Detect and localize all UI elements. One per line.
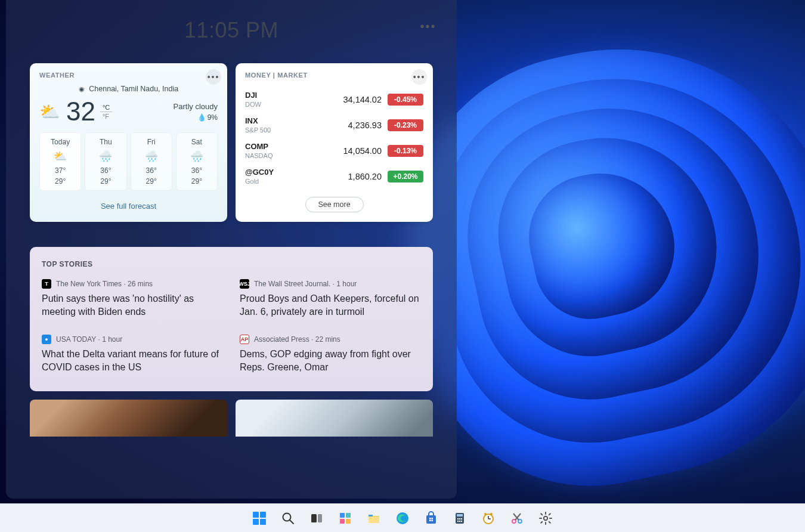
market-row[interactable]: DJIDOW34,144.02-0.45%	[245, 85, 423, 110]
svg-point-20	[461, 518, 462, 519]
weather-widget[interactable]: ••• WEATHER ◉ Chennai, Tamil Nadu, India…	[30, 63, 227, 222]
see-more-button[interactable]: See more	[305, 197, 364, 212]
news-image-1[interactable]	[30, 400, 227, 437]
change-badge: +0.20%	[388, 171, 423, 183]
start-button[interactable]	[249, 508, 270, 528]
svg-rect-4	[340, 513, 345, 518]
svg-point-19	[459, 518, 460, 519]
svg-point-23	[461, 520, 462, 521]
svg-point-22	[459, 520, 460, 521]
snipping-tool-button[interactable]	[507, 508, 527, 528]
money-title: MONEY | MARKET	[245, 72, 423, 79]
svg-line-1	[290, 520, 293, 524]
change-badge: -0.23%	[388, 119, 423, 131]
widgets-icon	[338, 511, 352, 525]
money-widget[interactable]: ••• MONEY | MARKET DJIDOW34,144.02-0.45%…	[236, 63, 433, 222]
task-view-button[interactable]	[306, 508, 327, 528]
source-icon: T	[42, 279, 51, 289]
money-rows: DJIDOW34,144.02-0.45%INXS&P 5004,236.93-…	[245, 85, 423, 187]
news-image-tiles	[30, 400, 433, 437]
market-row[interactable]: INXS&P 5004,236.93-0.23%	[245, 110, 423, 136]
taskbar	[0, 503, 805, 532]
store-button[interactable]	[421, 508, 441, 528]
story-item[interactable]: WSJThe Wall Street Journal. · 1 hourProu…	[240, 279, 421, 318]
svg-rect-13	[432, 518, 434, 519]
panel-time: 11:05 PM	[30, 18, 433, 43]
svg-rect-14	[429, 519, 431, 521]
story-item[interactable]: TThe New York Times · 26 minsPutin says …	[42, 279, 223, 318]
story-item[interactable]: ●USA TODAY · 1 hourWhat the Delta varian…	[42, 335, 223, 373]
location-pin-icon: ◉	[79, 85, 85, 92]
weather-temp: 32	[66, 97, 95, 126]
story-item[interactable]: APAssociated Press · 22 minsDems, GOP ed…	[240, 335, 421, 373]
svg-point-28	[490, 513, 493, 515]
market-row[interactable]: COMPNASDAQ14,054.00-0.13%	[245, 136, 423, 162]
svg-rect-6	[340, 519, 345, 524]
svg-rect-5	[346, 513, 351, 518]
weather-current-icon: ⛅	[39, 102, 60, 122]
change-badge: -0.45%	[388, 94, 423, 106]
snip-icon	[510, 511, 524, 525]
news-image-2[interactable]	[236, 400, 433, 437]
svg-point-27	[484, 513, 487, 515]
weather-location: ◉ Chennai, Tamil Nadu, India	[39, 85, 218, 93]
weather-forecast-row: Today⛅37°29°Thu🌧️36°29°Fri🌧️36°29°Sat🌧️3…	[39, 132, 218, 191]
money-menu-icon[interactable]: •••	[411, 69, 427, 85]
weather-unit-toggle[interactable]: °C °F	[100, 103, 112, 120]
widgets-button[interactable]	[335, 508, 355, 528]
weather-day-icon: 🌧️	[86, 150, 125, 163]
svg-point-18	[457, 518, 459, 519]
edge-icon	[395, 511, 410, 525]
svg-rect-11	[426, 515, 436, 524]
humidity-drop-icon: 💧	[197, 113, 206, 122]
clock-button[interactable]	[478, 508, 499, 528]
source-icon: WSJ	[240, 279, 249, 289]
svg-point-21	[457, 520, 459, 521]
weather-title: WEATHER	[39, 72, 218, 79]
search-icon	[281, 511, 295, 525]
forecast-day[interactable]: Thu🌧️36°29°	[85, 132, 126, 191]
weather-condition: Partly cloudy 💧9%	[174, 102, 218, 122]
file-explorer-button[interactable]	[364, 508, 384, 528]
calculator-icon	[453, 511, 467, 525]
svg-rect-17	[457, 514, 463, 516]
svg-rect-8	[369, 516, 379, 523]
top-stories-title: TOP STORIES	[42, 260, 421, 268]
windows-logo-icon	[253, 512, 266, 525]
svg-rect-15	[432, 519, 434, 521]
clock-icon	[481, 511, 496, 525]
svg-rect-2	[311, 514, 317, 522]
weather-day-icon: 🌧️	[132, 150, 171, 163]
forecast-day[interactable]: Today⛅37°29°	[39, 132, 81, 191]
svg-rect-9	[369, 515, 373, 516]
store-icon	[424, 511, 438, 525]
source-icon: ●	[42, 335, 51, 344]
market-row[interactable]: @GC0YGold1,860.20+0.20%	[245, 162, 423, 187]
svg-rect-12	[429, 518, 431, 519]
forecast-day[interactable]: Fri🌧️36°29°	[131, 132, 172, 191]
settings-button[interactable]	[535, 508, 556, 528]
stories-grid: TThe New York Times · 26 minsPutin says …	[42, 279, 421, 373]
panel-more-icon[interactable]: •••	[420, 18, 436, 35]
weather-day-icon: 🌧️	[178, 150, 216, 163]
widgets-panel: ••• 11:05 PM ••• WEATHER ◉ Chennai, Tami…	[6, 0, 457, 499]
weather-day-icon: ⛅	[41, 150, 79, 163]
change-badge: -0.13%	[388, 145, 423, 157]
svg-rect-3	[318, 514, 322, 522]
task-view-icon	[309, 511, 324, 525]
svg-point-33	[544, 516, 547, 519]
folder-icon	[367, 511, 381, 525]
gear-icon	[538, 511, 553, 525]
source-icon: AP	[240, 335, 249, 344]
svg-rect-7	[346, 519, 351, 524]
forecast-day[interactable]: Sat🌧️36°29°	[176, 132, 218, 191]
search-button[interactable]	[278, 508, 298, 528]
top-stories-widget[interactable]: TOP STORIES TThe New York Times · 26 min…	[30, 247, 433, 391]
see-full-forecast-link[interactable]: See full forecast	[39, 202, 218, 211]
calculator-button[interactable]	[450, 508, 470, 528]
weather-menu-icon[interactable]: •••	[206, 69, 221, 85]
edge-button[interactable]	[392, 508, 413, 528]
